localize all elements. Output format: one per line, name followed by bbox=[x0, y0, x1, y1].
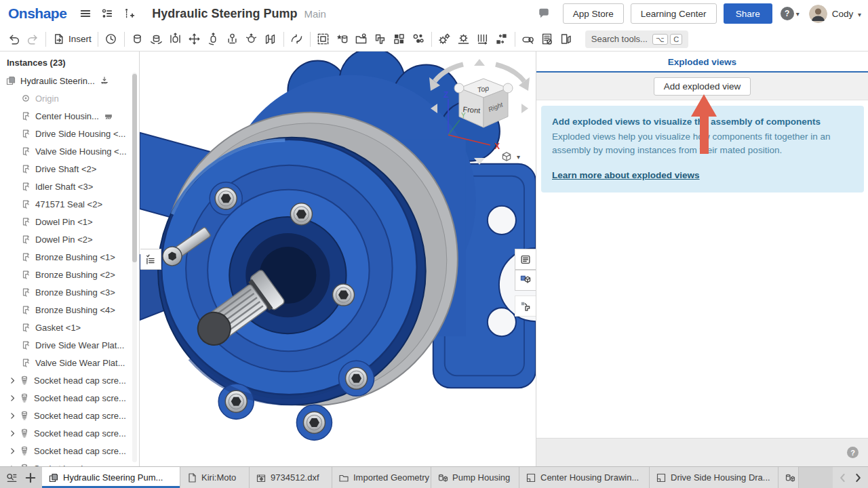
instance-row[interactable]: Hydraulic Steerin... bbox=[0, 72, 139, 89]
view-cube-corner[interactable] bbox=[503, 83, 513, 93]
linear-pattern-button[interactable] bbox=[390, 30, 409, 49]
rotate-left-arrow[interactable] bbox=[431, 104, 437, 113]
slider-mate-button[interactable] bbox=[166, 30, 185, 49]
appearance-panel-button[interactable] bbox=[515, 249, 536, 270]
instance-row[interactable]: Dowel Pin <1> bbox=[0, 213, 139, 230]
avatar[interactable] bbox=[809, 5, 827, 23]
select-transform-button[interactable] bbox=[314, 30, 333, 49]
instance-row[interactable]: Socket head cap scre... bbox=[0, 424, 139, 442]
learning-center-button[interactable]: Learning Center bbox=[631, 3, 717, 24]
instance-row[interactable]: Idler Shaft <3> bbox=[0, 178, 139, 195]
add-tab-button[interactable] bbox=[24, 472, 37, 484]
instance-row[interactable]: 471571 Seal <2> bbox=[0, 195, 139, 213]
instance-row[interactable]: Drive Side Wear Plat... bbox=[0, 336, 139, 354]
view-cube-corner[interactable] bbox=[454, 83, 464, 93]
instance-row[interactable]: Drive Shaft <2> bbox=[0, 160, 139, 178]
instance-row[interactable]: Bronze Bushing <4> bbox=[0, 301, 139, 319]
tab-kiri-moto[interactable]: Kiri:Moto bbox=[180, 467, 250, 488]
rotate-ccw-arrow[interactable] bbox=[435, 64, 463, 81]
expand-chevron-icon[interactable] bbox=[5, 376, 19, 385]
revolute-mate-button[interactable] bbox=[147, 30, 166, 49]
instances-title: Instances (23) bbox=[0, 52, 139, 72]
comments-button[interactable] bbox=[534, 4, 553, 23]
parallel-mate-button[interactable] bbox=[261, 30, 280, 49]
insert-part-flyout-button[interactable] bbox=[515, 296, 536, 317]
gear-relation-button[interactable] bbox=[435, 30, 454, 49]
rotate-cw-arrow[interactable] bbox=[496, 64, 524, 81]
graphics-viewport[interactable]: Top Front Right Z X Y ▾ bbox=[140, 52, 536, 466]
insert-primitive-button[interactable] bbox=[333, 30, 352, 49]
expand-chevron-icon[interactable] bbox=[5, 447, 19, 455]
move-part-button[interactable] bbox=[492, 30, 511, 49]
panel-help-icon[interactable]: ? bbox=[847, 447, 859, 458]
expand-chevron-icon[interactable] bbox=[5, 429, 19, 438]
tangent-mate-button[interactable] bbox=[288, 30, 307, 49]
search-tools-input[interactable]: Search tools... ⌥ C bbox=[585, 30, 688, 48]
instance-row[interactable]: Bronze Bushing <3> bbox=[0, 283, 139, 301]
rotate-down-arrow[interactable] bbox=[474, 158, 485, 165]
insert-button[interactable]: Insert bbox=[50, 30, 94, 49]
expand-chevron-icon[interactable] bbox=[5, 411, 19, 420]
help-menu[interactable]: ? ▾ bbox=[781, 7, 800, 20]
insert-new-element-button[interactable] bbox=[119, 4, 138, 23]
instance-row[interactable]: Socket head cap scre... bbox=[0, 407, 139, 424]
rotate-right-arrow[interactable] bbox=[521, 104, 528, 113]
rotate-up-arrow[interactable] bbox=[474, 59, 485, 66]
main-menu-button[interactable] bbox=[76, 4, 95, 23]
instance-row[interactable]: Valve Side Wear Plat... bbox=[0, 354, 139, 371]
instance-row[interactable]: Bronze Bushing <2> bbox=[0, 266, 139, 283]
document-structure-button[interactable] bbox=[98, 4, 117, 23]
expand-chevron-icon[interactable] bbox=[5, 464, 19, 467]
spring-button[interactable] bbox=[473, 30, 492, 49]
bom-button[interactable] bbox=[538, 30, 557, 49]
tab-9734512-dxf[interactable]: 9734512.dxf bbox=[250, 467, 332, 488]
features-flyout-button[interactable] bbox=[140, 249, 161, 270]
tab-partial[interactable] bbox=[778, 467, 799, 488]
tab-center-housing-drawin[interactable]: Center Housing Drawin... bbox=[519, 467, 650, 488]
measure-button[interactable] bbox=[519, 30, 538, 49]
instance-row[interactable]: Center Housin... bbox=[0, 107, 139, 125]
pin-slot-mate-button[interactable] bbox=[223, 30, 242, 49]
duplicate-part-button[interactable] bbox=[371, 30, 390, 49]
instance-row[interactable]: Drive Side Housing <... bbox=[0, 125, 139, 142]
instance-row[interactable]: Bronze Bushing <1> bbox=[0, 248, 139, 266]
onshape-logo[interactable]: Onshape bbox=[8, 5, 66, 22]
share-button[interactable]: Share bbox=[724, 3, 772, 24]
view-cube[interactable]: Top Front Right Z X Y bbox=[421, 57, 538, 167]
ball-mate-button[interactable] bbox=[242, 30, 261, 49]
snapshot-button[interactable] bbox=[352, 30, 371, 49]
instance-row[interactable]: Socket head cap scre... bbox=[0, 442, 139, 460]
instance-row[interactable]: Socket head cap scre... bbox=[0, 460, 139, 466]
learn-more-link[interactable]: Learn more about exploded views bbox=[552, 170, 700, 180]
planar-mate-button[interactable] bbox=[185, 30, 204, 49]
tab-hydraulic-steering-pum[interactable]: Hydraulic Steering Pum... bbox=[42, 467, 180, 488]
revert-clock-button[interactable] bbox=[102, 30, 121, 49]
manage-tabs-button[interactable] bbox=[5, 472, 18, 484]
instance-row[interactable]: Socket head cap scre... bbox=[0, 371, 139, 389]
view-options-dropdown[interactable]: ▾ bbox=[500, 150, 520, 163]
tab-imported-geometry[interactable]: Imported Geometry bbox=[332, 467, 431, 488]
tab-pump-housing[interactable]: Pump Housing bbox=[431, 467, 519, 488]
add-exploded-view-button[interactable]: Add exploded view bbox=[654, 77, 751, 96]
undo-button[interactable] bbox=[4, 30, 23, 49]
expand-chevron-icon[interactable] bbox=[5, 394, 19, 403]
named-views-button[interactable] bbox=[557, 30, 576, 49]
tabs-scroll-right-button[interactable] bbox=[852, 472, 864, 484]
instance-row[interactable]: Valve Side Housing <... bbox=[0, 142, 139, 160]
replicate-button[interactable] bbox=[409, 30, 428, 49]
tabs-scroll-left-button[interactable] bbox=[837, 472, 849, 484]
cylindrical-mate-button[interactable] bbox=[204, 30, 223, 49]
instance-row[interactable]: Socket head cap scre... bbox=[0, 389, 139, 407]
redo-button[interactable] bbox=[23, 30, 42, 49]
part-icon bbox=[20, 216, 31, 227]
rack-pinion-button[interactable] bbox=[454, 30, 473, 49]
tab-drive-side-housing-dra[interactable]: Drive Side Housing Dra... bbox=[650, 467, 778, 488]
user-menu[interactable]: Cody ▾ bbox=[832, 9, 861, 19]
instance-row[interactable]: Origin bbox=[0, 89, 139, 107]
fastened-mate-button[interactable] bbox=[128, 30, 147, 49]
app-store-button[interactable]: App Store bbox=[563, 3, 624, 24]
scrollbar-thumb[interactable] bbox=[132, 74, 137, 262]
display-states-button[interactable] bbox=[515, 270, 536, 291]
instance-row[interactable]: Gasket <1> bbox=[0, 319, 139, 336]
instance-row[interactable]: Dowel Pin <2> bbox=[0, 230, 139, 248]
